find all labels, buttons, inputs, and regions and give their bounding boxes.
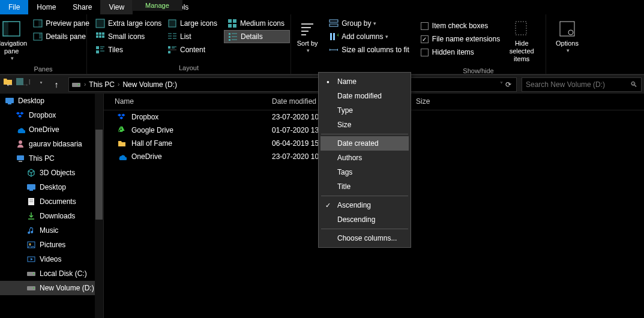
options-button[interactable]: Options▾ — [549, 17, 585, 56]
refresh-button[interactable]: ⟳ — [505, 80, 511, 89]
chevron-down-icon: ▾ — [11, 55, 14, 62]
svg-point-54 — [568, 30, 573, 35]
sort-menu-choose-columns[interactable]: Choose columns... — [320, 231, 409, 245]
sort-menu-authors[interactable]: Authors — [320, 151, 409, 165]
size-columns-icon — [329, 45, 339, 55]
tree-item[interactable]: New Volume (D:) — [0, 281, 103, 295]
svg-rect-62 — [19, 161, 22, 162]
sort-menu-date-created[interactable]: Date created — [320, 136, 409, 151]
navigation-pane-button[interactable]: Navigation pane▾ — [0, 17, 29, 64]
sort-menu-type[interactable]: Type — [320, 103, 409, 118]
radio-selected-icon: ● — [327, 79, 330, 85]
ribbon-group-show-hide: Item check boxes File name extensions Hi… — [411, 14, 546, 74]
layout-large[interactable]: Large icons — [164, 17, 224, 30]
address-bar[interactable]: › This PC › New Volume (D:) ˅ ⟳ — [68, 77, 517, 92]
layout-small[interactable]: Small icons — [92, 30, 164, 43]
address-dropdown-icon[interactable]: ˅ — [500, 81, 503, 88]
checkbox-checked-icon — [421, 35, 429, 43]
tree-item-label: Documents — [40, 197, 76, 206]
sort-menu-name[interactable]: ●Name — [320, 74, 409, 89]
sort-menu-descending[interactable]: Descending — [320, 212, 409, 227]
file-name-label: Google Drive — [131, 126, 173, 134]
tree-item[interactable]: Documents — [0, 194, 103, 209]
tree-item-label: gaurav bidasaria — [29, 140, 82, 148]
sort-menu-tags[interactable]: Tags — [320, 165, 409, 179]
up-button[interactable]: ↑ — [49, 77, 64, 92]
tree-item[interactable]: Desktop — [0, 180, 103, 194]
properties-icon[interactable] — [14, 76, 25, 87]
tab-view[interactable]: View — [100, 0, 133, 14]
svg-text:+: + — [337, 32, 339, 38]
tree-item[interactable]: Downloads — [0, 209, 103, 223]
tree-item[interactable]: OneDrive — [0, 122, 103, 137]
layout-list[interactable]: List — [164, 30, 224, 43]
item-check-boxes-toggle[interactable]: Item check boxes — [417, 19, 504, 32]
svg-rect-19 — [102, 35, 104, 38]
tab-file[interactable]: File — [0, 0, 28, 14]
chevron-right-icon[interactable]: › — [81, 81, 89, 88]
svg-rect-18 — [99, 35, 101, 38]
preview-pane-button[interactable]: Preview pane — [29, 17, 93, 30]
navigation-pane-icon — [2, 19, 21, 38]
layout-tiles[interactable]: Tiles — [92, 43, 164, 56]
tab-home[interactable]: Home — [28, 0, 64, 14]
svg-rect-49 — [333, 33, 335, 40]
tree-item[interactable]: Videos — [0, 252, 103, 266]
svg-rect-12 — [228, 24, 232, 28]
hidden-items-toggle[interactable]: Hidden items — [417, 46, 504, 59]
tree-item[interactable]: Local Disk (C:) — [0, 266, 103, 281]
recent-locations-button[interactable]: ˅ — [34, 77, 48, 92]
tab-file-label: File — [8, 3, 20, 11]
svg-rect-35 — [96, 50, 99, 53]
details-pane-button[interactable]: Details pane — [29, 30, 93, 43]
layout-content[interactable]: Content — [164, 43, 224, 56]
search-icon[interactable]: 🔍︎ — [630, 80, 637, 89]
sort-menu-name-label: Name — [337, 77, 357, 86]
add-columns-button[interactable]: +Add columns▾ — [325, 30, 413, 43]
size-all-columns-button[interactable]: Size all columns to fit — [325, 43, 413, 56]
group-by-button[interactable]: Group by▾ — [325, 17, 413, 30]
scrollbar-thumb[interactable] — [95, 130, 103, 220]
column-header-size[interactable]: Size — [410, 94, 458, 110]
sort-menu-size[interactable]: Size — [320, 118, 409, 132]
preview-pane-label: Preview pane — [46, 19, 89, 28]
file-name-label: OneDrive — [131, 152, 162, 161]
tab-share-label: Share — [73, 3, 92, 11]
folder-icon[interactable] — [2, 76, 13, 87]
hide-selected-items-button[interactable]: Hide selected items — [504, 17, 540, 66]
svg-rect-55 — [16, 78, 23, 85]
search-box[interactable]: 🔍︎ — [522, 77, 642, 92]
svg-rect-37 — [168, 46, 170, 49]
breadcrumb-this-pc[interactable]: This PC — [89, 80, 115, 89]
file-name-extensions-toggle[interactable]: File name extensions — [417, 32, 504, 46]
sort-menu-title[interactable]: Title — [320, 179, 409, 194]
chevron-right-icon[interactable]: › — [115, 81, 122, 88]
tree-item-icon — [16, 125, 25, 134]
sort-menu-date-modified-label: Date modified — [337, 92, 382, 100]
search-input[interactable] — [526, 80, 630, 89]
tree-item[interactable]: Desktop — [0, 94, 103, 108]
sort-menu-ascending[interactable]: ✓Ascending — [320, 198, 409, 212]
tree-item[interactable]: This PC — [0, 151, 103, 166]
navigation-pane-label: Navigation pane — [0, 40, 28, 55]
tree-item[interactable]: Dropbox — [0, 108, 103, 122]
layout-details[interactable]: Details — [224, 30, 290, 43]
sort-by-button[interactable]: Sort by▾ — [289, 17, 325, 56]
breadcrumb-volume[interactable]: New Volume (D:) — [122, 80, 177, 89]
tree-item[interactable]: Pictures — [0, 238, 103, 252]
tree-item[interactable]: gaurav bidasaria — [0, 137, 103, 151]
sort-menu-date-modified[interactable]: Date modified — [320, 89, 409, 103]
ribbon: Navigation pane▾ Preview pane Details pa… — [0, 14, 644, 74]
sidebar-scrollbar[interactable] — [95, 94, 103, 318]
tree-item[interactable]: Music — [0, 223, 103, 238]
navigation-tree: DesktopDropboxOneDrivegaurav bidasariaTh… — [0, 94, 104, 318]
sort-by-label: Sort by — [297, 40, 318, 47]
tree-item[interactable]: 3D Objects — [0, 166, 103, 180]
group-by-icon — [329, 19, 339, 28]
details-pane-label: Details pane — [46, 32, 86, 41]
tab-share[interactable]: Share — [64, 0, 100, 14]
layout-extra-large[interactable]: Extra large icons — [92, 17, 164, 30]
layout-medium[interactable]: Medium icons — [224, 17, 290, 30]
column-header-name[interactable]: Name — [104, 94, 266, 110]
svg-rect-14 — [96, 32, 98, 35]
